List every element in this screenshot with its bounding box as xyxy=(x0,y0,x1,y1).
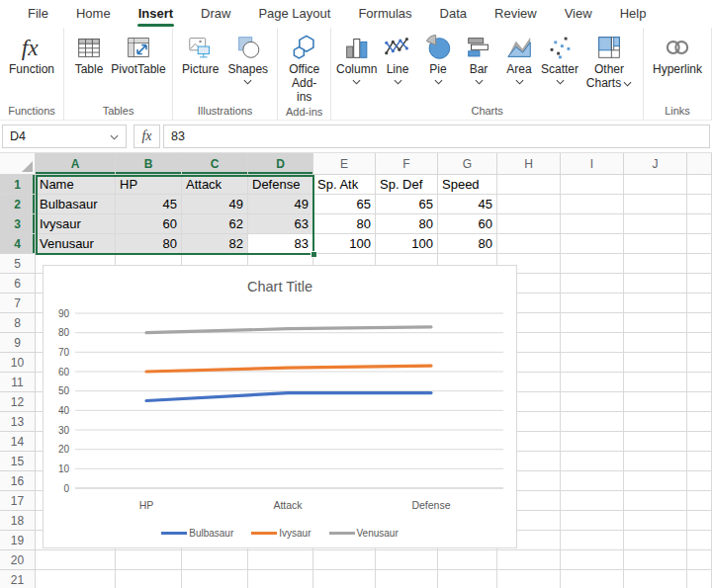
cell-D2[interactable]: 49 xyxy=(248,195,313,214)
cell-A20[interactable] xyxy=(36,550,116,570)
column-header-A[interactable]: A xyxy=(36,153,116,175)
cell-partial-8[interactable] xyxy=(687,313,712,333)
cell-J1[interactable] xyxy=(624,175,687,195)
cell-I6[interactable] xyxy=(561,274,624,294)
cell-H4[interactable] xyxy=(497,234,561,254)
cell-C1[interactable]: Attack xyxy=(182,175,248,195)
fx-button[interactable]: fx xyxy=(134,125,160,148)
row-header-15[interactable]: 15 xyxy=(0,452,36,471)
cell-E21[interactable] xyxy=(313,570,376,588)
cell-I18[interactable] xyxy=(561,511,624,531)
cell-G21[interactable] xyxy=(438,570,497,588)
cell-B20[interactable] xyxy=(116,550,182,570)
cell-I20[interactable] xyxy=(561,550,624,570)
cell-partial-9[interactable] xyxy=(687,333,712,353)
cell-partial-10[interactable] xyxy=(687,353,712,373)
cell-C3[interactable]: 62 xyxy=(182,214,248,234)
scatter-button[interactable]: Scatter xyxy=(540,31,579,85)
cell-J11[interactable] xyxy=(624,373,687,392)
cell-E2[interactable]: 65 xyxy=(313,195,376,214)
column-header-D[interactable]: D xyxy=(248,153,313,175)
cell-I14[interactable] xyxy=(561,432,624,452)
cell-J17[interactable] xyxy=(624,491,687,511)
chevron-down-icon[interactable] xyxy=(434,79,443,85)
cell-I19[interactable] xyxy=(561,531,624,550)
column-header-J[interactable]: J xyxy=(624,153,687,175)
cell-D3[interactable]: 63 xyxy=(248,214,313,234)
cell-I9[interactable] xyxy=(561,333,624,353)
cell-F3[interactable]: 80 xyxy=(376,214,438,234)
column-header-E[interactable]: E xyxy=(313,153,376,175)
cell-partial-5[interactable] xyxy=(687,254,712,274)
column-header-I[interactable]: I xyxy=(561,153,624,175)
cell-J2[interactable] xyxy=(624,195,687,214)
row-header-10[interactable]: 10 xyxy=(0,353,36,373)
cell-I2[interactable] xyxy=(561,195,624,214)
cell-I11[interactable] xyxy=(561,373,624,392)
column-header-partial[interactable] xyxy=(687,153,712,175)
column-button[interactable]: Column xyxy=(336,31,377,85)
tab-review[interactable]: Review xyxy=(481,1,551,27)
tab-home[interactable]: Home xyxy=(62,1,125,27)
cell-J6[interactable] xyxy=(624,274,687,294)
column-header-B[interactable]: B xyxy=(116,153,182,175)
cell-A1[interactable]: Name xyxy=(36,175,116,195)
row-header-9[interactable]: 9 xyxy=(0,333,36,353)
cell-G2[interactable]: 45 xyxy=(438,195,497,214)
cell-G4[interactable]: 80 xyxy=(438,234,497,254)
tab-formulas[interactable]: Formulas xyxy=(344,1,425,27)
cell-B2[interactable]: 45 xyxy=(116,195,182,214)
cell-E20[interactable] xyxy=(313,550,376,570)
cell-partial-18[interactable] xyxy=(687,511,712,531)
bar-button[interactable]: Bar xyxy=(459,31,498,85)
table-button[interactable]: Table xyxy=(69,31,109,77)
cell-partial-1[interactable] xyxy=(687,175,712,195)
formula-input[interactable]: 83 xyxy=(163,125,710,148)
pivottable-button[interactable]: PivotTable xyxy=(110,31,167,77)
cell-partial-14[interactable] xyxy=(687,432,712,452)
cell-partial-3[interactable] xyxy=(687,214,712,234)
cell-partial-20[interactable] xyxy=(687,550,712,570)
cell-H3[interactable] xyxy=(497,214,561,234)
cell-B4[interactable]: 80 xyxy=(116,234,182,254)
cell-D21[interactable] xyxy=(248,570,313,588)
area-button[interactable]: Area xyxy=(499,31,539,85)
hyperlink-button[interactable]: Hyperlink xyxy=(649,31,706,77)
cell-G20[interactable] xyxy=(438,550,497,570)
cell-I5[interactable] xyxy=(561,254,624,274)
chart[interactable]: Chart Title 0102030405060708090HPAttackD… xyxy=(43,265,517,548)
cell-I7[interactable] xyxy=(561,294,624,313)
cell-partial-4[interactable] xyxy=(687,234,712,254)
picture-button[interactable]: Picture xyxy=(178,31,222,77)
cell-E3[interactable]: 80 xyxy=(313,214,376,234)
row-header-17[interactable]: 17 xyxy=(0,491,36,511)
cell-J13[interactable] xyxy=(624,412,687,432)
cell-E1[interactable]: Sp. Atk xyxy=(313,175,376,195)
cell-partial-11[interactable] xyxy=(687,373,712,392)
cell-partial-7[interactable] xyxy=(687,294,712,313)
legend-item-bulbasaur[interactable]: Bulbasaur xyxy=(161,528,233,539)
cell-I17[interactable] xyxy=(561,491,624,511)
cell-partial-15[interactable] xyxy=(687,452,712,471)
cell-H2[interactable] xyxy=(497,195,561,214)
legend-item-venusaur[interactable]: Venusaur xyxy=(329,528,399,539)
row-header-14[interactable]: 14 xyxy=(0,432,36,452)
cell-D20[interactable] xyxy=(248,550,313,570)
row-header-18[interactable]: 18 xyxy=(0,511,36,531)
cell-partial-21[interactable] xyxy=(687,570,712,588)
cell-A4[interactable]: Venusaur xyxy=(36,234,116,254)
cell-F2[interactable]: 65 xyxy=(376,195,438,214)
cell-G3[interactable]: 60 xyxy=(438,214,497,234)
column-header-F[interactable]: F xyxy=(376,153,438,175)
cell-J16[interactable] xyxy=(624,471,687,491)
cell-D1[interactable]: Defense xyxy=(248,175,313,195)
cell-J8[interactable] xyxy=(624,313,687,333)
cell-B21[interactable] xyxy=(116,570,182,588)
chevron-down-icon[interactable] xyxy=(243,79,252,85)
cell-H20[interactable] xyxy=(497,550,561,570)
row-header-5[interactable]: 5 xyxy=(0,254,36,274)
cell-J18[interactable] xyxy=(624,511,687,531)
cell-F21[interactable] xyxy=(376,570,438,588)
pie-button[interactable]: Pie xyxy=(418,31,458,85)
name-box[interactable]: D4 xyxy=(2,125,127,148)
